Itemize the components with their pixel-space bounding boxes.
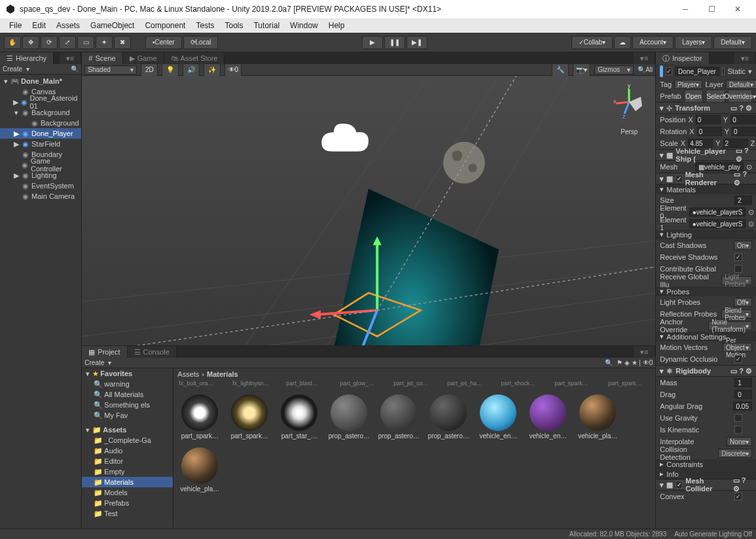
rot-y[interactable] xyxy=(732,127,756,136)
game-tab[interactable]: ▶ Game xyxy=(123,52,164,64)
folder-item[interactable]: 📁Test xyxy=(82,508,173,519)
panel-menu[interactable]: ▾≡ xyxy=(60,52,81,64)
prefab-select[interactable]: Select xyxy=(706,90,725,103)
folder-item[interactable]: 📁_Complete-Ga xyxy=(82,435,173,445)
active-checkbox[interactable]: ✓ xyxy=(666,67,672,75)
menu-tests[interactable]: Tests xyxy=(190,20,219,31)
folder-item[interactable]: 📁Editor xyxy=(82,456,173,466)
hierarchy-item[interactable]: ◉Background xyxy=(0,118,81,128)
scene-fx-icon[interactable]: ✨ xyxy=(204,63,221,77)
hierarchy-item[interactable]: ◉Main Camera xyxy=(0,191,81,201)
folder-item[interactable]: 📁Materials xyxy=(82,477,173,487)
element-1[interactable]: ● vehicle_playerS xyxy=(689,219,746,228)
transform-tool[interactable]: ✦ xyxy=(96,36,113,49)
scale-x[interactable] xyxy=(688,139,713,148)
hierarchy-search-icon[interactable]: 🔍 xyxy=(71,65,79,73)
scene-lighting-icon[interactable]: 💡 xyxy=(162,63,179,77)
collision-detection[interactable]: Discrete▾ xyxy=(718,449,752,458)
hierarchy-item[interactable]: ▶◉Done_Asteroid 01 xyxy=(0,97,81,107)
step-button[interactable]: ▶❚ xyxy=(406,36,427,49)
close-button[interactable]: ✕ xyxy=(725,0,751,18)
project-search-icon[interactable]: 🔍 xyxy=(605,359,613,366)
rect-tool[interactable]: ▭ xyxy=(77,36,94,49)
favorite-item[interactable]: 🔍All Materials xyxy=(82,389,173,400)
hierarchy-item[interactable]: ◉Game Controller xyxy=(0,160,81,170)
reflection-probes[interactable]: Blend Probes▾ xyxy=(721,309,752,319)
gizmos-dropdown[interactable]: Gizmos▾ xyxy=(594,65,634,75)
menu-tutorial[interactable]: Tutorial xyxy=(248,20,285,31)
scene-viewport[interactable]: yxz Persp xyxy=(82,76,655,345)
assets-header[interactable]: ▾📁Assets xyxy=(82,425,173,435)
hierarchy-item[interactable]: ▶◉StarField xyxy=(0,139,81,149)
console-tab[interactable]: ☰ Console xyxy=(128,346,177,358)
panel-menu[interactable]: ▾≡ xyxy=(634,52,655,64)
light-probes[interactable]: Off▾ xyxy=(734,298,752,307)
cast-shadows[interactable]: On▾ xyxy=(734,241,752,250)
asset-thumb[interactable]: vehicle_en… xyxy=(527,394,569,440)
move-tool[interactable]: ✥ xyxy=(22,36,39,49)
panel-menu[interactable]: ▾≡ xyxy=(634,346,655,358)
hierarchy-create[interactable]: Create xyxy=(3,65,22,73)
asset-store-tab[interactable]: 🛍 Asset Store xyxy=(164,52,225,64)
favorite-item[interactable]: 🔍My Fav xyxy=(82,410,173,421)
layers-dropdown[interactable]: Layers ▾ xyxy=(675,36,712,49)
meshcollider-header[interactable]: ▾▦✓Mesh Collider▭ ? ⚙ xyxy=(656,479,756,491)
convex[interactable]: ✓ xyxy=(734,493,742,500)
menu-help[interactable]: Help xyxy=(323,20,350,31)
asset-thumb[interactable]: vehicle_en… xyxy=(477,394,519,440)
layout-dropdown[interactable]: Default ▾ xyxy=(713,36,752,49)
folder-item[interactable]: 📁Audio xyxy=(82,445,173,456)
pivot-local-toggle[interactable]: ⟳ Local xyxy=(183,36,219,49)
interpolate[interactable]: None▾ xyxy=(727,437,752,446)
favorites-header[interactable]: ▾★Favorites xyxy=(82,368,173,379)
pause-button[interactable]: ❚❚ xyxy=(384,36,405,49)
contribute-global[interactable] xyxy=(734,265,742,273)
mass-field[interactable]: 1 xyxy=(734,378,752,387)
hierarchy-root[interactable]: ▾🎮Done_Main* xyxy=(0,76,81,86)
favorite-item[interactable]: 🔍Something els xyxy=(82,400,173,410)
mode-2d[interactable]: 2D xyxy=(141,63,158,77)
scene-audio-icon[interactable]: 🔊 xyxy=(183,63,200,77)
asset-thumb[interactable]: part_spark… xyxy=(179,394,221,440)
folder-item[interactable]: 📁Prefabs xyxy=(82,498,173,508)
static-checkbox[interactable] xyxy=(722,67,725,75)
asset-thumb[interactable]: vehicle_pla… xyxy=(179,447,221,493)
menu-edit[interactable]: Edit xyxy=(27,20,51,31)
maximize-button[interactable]: ☐ xyxy=(698,0,725,18)
component-menu-icon[interactable]: ▭ ? ⚙ xyxy=(730,104,752,113)
transform-header[interactable]: ▾⊹Transform▭ ? ⚙ xyxy=(656,102,756,114)
asset-thumb[interactable]: part_star_… xyxy=(278,394,320,440)
scene-camera-icon[interactable]: 📷▾ xyxy=(573,63,590,77)
hierarchy-item[interactable]: ▾◉Background xyxy=(0,107,81,118)
asset-thumb[interactable]: prop_astero… xyxy=(378,394,420,440)
meshrenderer-header[interactable]: ▾▦✓Mesh Renderer▭ ? ⚙ xyxy=(656,173,756,184)
folder-item[interactable]: 📁Models xyxy=(82,487,173,498)
asset-thumb[interactable]: part_spark… xyxy=(228,394,270,440)
hand-tool[interactable]: ✋ xyxy=(4,36,21,49)
receive-shadows[interactable]: ✓ xyxy=(734,253,742,261)
menu-window[interactable]: Window xyxy=(285,20,323,31)
prefab-overrides[interactable]: Overrides ▾ xyxy=(728,90,752,103)
element-0[interactable]: ● vehicle_playerS xyxy=(689,207,746,217)
shading-mode[interactable]: Shaded▾ xyxy=(84,65,137,75)
favorite-item[interactable]: 🔍warning xyxy=(82,379,173,389)
menu-file[interactable]: File xyxy=(4,20,27,31)
menu-component[interactable]: Component xyxy=(139,20,190,31)
menu-assets[interactable]: Assets xyxy=(51,20,85,31)
collab-dropdown[interactable]: ✓ Collab ▾ xyxy=(571,36,613,49)
cloud-button[interactable]: ☁ xyxy=(614,36,631,49)
materials-size[interactable]: 2 xyxy=(734,196,752,205)
hierarchy-item[interactable]: ◉EventSystem xyxy=(0,181,81,191)
asset-thumb[interactable]: vehicle_pla… xyxy=(577,394,619,440)
rot-x[interactable] xyxy=(697,127,722,136)
rigidbody-header[interactable]: ▾⚛Rigidbody▭ ? ⚙ xyxy=(656,365,756,377)
folder-item[interactable]: 📁Empty xyxy=(82,466,173,477)
menu-tools[interactable]: Tools xyxy=(219,20,248,31)
angular-drag-field[interactable]: 0.05 xyxy=(733,402,752,411)
account-dropdown[interactable]: Account ▾ xyxy=(632,36,674,49)
rotate-tool[interactable]: ⟳ xyxy=(41,36,58,49)
minimize-button[interactable]: ─ xyxy=(672,0,698,18)
bc-assets[interactable]: Assets xyxy=(177,370,199,378)
object-name-field[interactable]: Done_Player xyxy=(675,67,719,76)
pivot-center-toggle[interactable]: ▪ Center xyxy=(145,36,182,49)
